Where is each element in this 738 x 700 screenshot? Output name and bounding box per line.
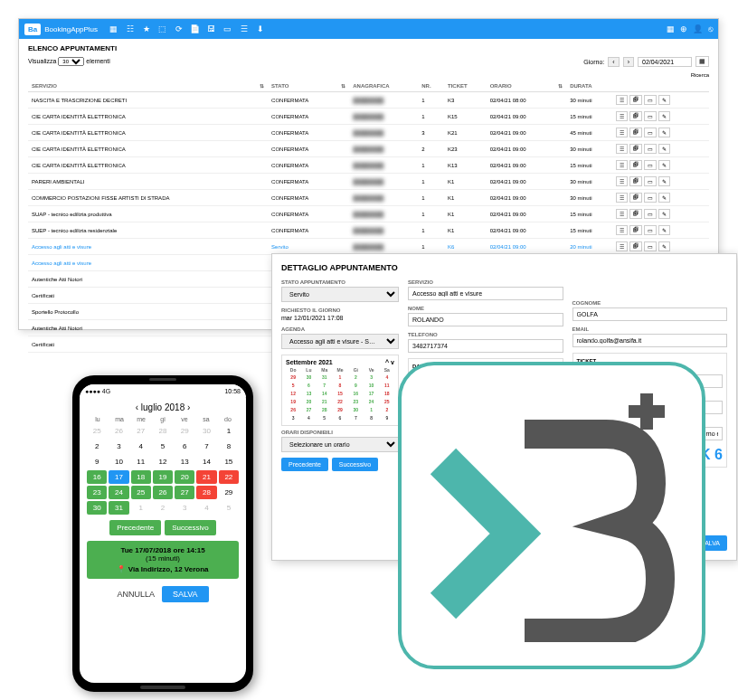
phone-cal-day[interactable]: 22 (219, 470, 239, 484)
action-icon[interactable]: ▭ (644, 193, 657, 203)
col-sort[interactable]: ⇅ (256, 80, 268, 92)
phone-cal-day[interactable]: 17 (109, 470, 128, 484)
grid-icon[interactable]: ▦ (695, 56, 709, 67)
phone-cal-day[interactable]: 19 (153, 470, 173, 484)
table-row[interactable]: CIE CARTA IDENTITÀ ELETTRONICACONFERMATA… (28, 141, 709, 157)
phone-cal-day[interactable]: 24 (109, 486, 128, 499)
phone-cal-day[interactable]: 5 (219, 501, 239, 515)
stato-select[interactable]: Servito (281, 287, 399, 302)
action-icon[interactable]: ✎ (658, 128, 670, 137)
action-icon[interactable]: 🗐 (629, 95, 642, 105)
toolbar-icon[interactable]: 🖫 (206, 24, 217, 33)
mini-calendar[interactable]: Settembre 2021^ v DoLuMaMeGiVeSa29303112… (281, 355, 399, 426)
phone-cal-day[interactable]: 7 (196, 440, 216, 453)
phone-cal-day[interactable]: 5 (153, 440, 173, 453)
orari-select[interactable]: Selezionare un orario (281, 437, 399, 452)
phone-cal-day[interactable]: 30 (87, 501, 107, 515)
phone-cal-day[interactable]: 9 (87, 455, 107, 468)
action-icon[interactable]: ✎ (658, 209, 670, 219)
phone-cal-day[interactable]: 21 (196, 470, 216, 484)
phone-cal-day[interactable]: 28 (153, 424, 173, 438)
phone-cal-day[interactable]: 2 (153, 501, 173, 515)
action-icon[interactable]: ▭ (644, 111, 657, 121)
agenda-select[interactable]: Accesso agli atti e visure - S… (281, 334, 399, 349)
toolbar-icon[interactable]: ▦ (667, 24, 675, 33)
toolbar-icon[interactable]: 👤 (693, 24, 703, 33)
action-icon[interactable]: ✎ (658, 144, 670, 154)
phone-cal-day[interactable]: 26 (153, 486, 173, 499)
prev-day-button[interactable]: ‹ (608, 57, 619, 67)
action-icon[interactable]: 🗐 (629, 209, 642, 219)
action-icon[interactable]: ✎ (658, 241, 670, 251)
col-anagrafica[interactable]: ANAGRAFICA (349, 80, 418, 92)
toolbar-icon[interactable]: ☷ (125, 24, 136, 33)
servizio-input[interactable] (408, 287, 563, 300)
action-icon[interactable]: 🗐 (629, 241, 642, 251)
telefono-input[interactable] (408, 339, 563, 353)
table-row[interactable]: Accesso agli atti e visureServito███████… (28, 239, 709, 255)
action-icon[interactable]: ✎ (658, 176, 670, 186)
toolbar-icon[interactable]: ⬚ (157, 24, 168, 33)
phone-succ-button[interactable]: Successivo (165, 520, 215, 535)
action-icon[interactable]: 🗐 (629, 176, 642, 186)
action-icon[interactable]: ▭ (644, 176, 657, 186)
action-icon[interactable]: ✎ (658, 225, 670, 235)
action-icon[interactable]: ☰ (616, 144, 628, 154)
phone-cal-day[interactable]: 10 (109, 455, 128, 468)
toolbar-icon[interactable]: ☰ (239, 24, 250, 33)
action-icon[interactable]: 🗐 (629, 144, 642, 154)
action-icon[interactable]: ▭ (644, 95, 657, 105)
phone-cal-day[interactable]: 3 (109, 440, 128, 453)
phone-cal-day[interactable]: 14 (196, 455, 216, 468)
action-icon[interactable]: ☰ (616, 193, 628, 203)
phone-cal-day[interactable]: 29 (175, 424, 194, 438)
action-icon[interactable]: ☰ (616, 176, 628, 186)
action-icon[interactable]: 🗐 (629, 193, 642, 203)
toolbar-icon[interactable]: ▭ (222, 24, 233, 33)
action-icon[interactable]: ☰ (616, 241, 628, 251)
phone-cal-day[interactable]: 11 (131, 455, 151, 468)
action-icon[interactable]: ☰ (616, 128, 628, 137)
col-durata[interactable]: DURATA (566, 80, 612, 92)
phone-cal-day[interactable]: 8 (219, 440, 239, 453)
action-icon[interactable]: ☰ (616, 209, 628, 219)
phone-cal-day[interactable]: 3 (175, 501, 194, 515)
table-row[interactable]: CIE CARTA IDENTITÀ ELETTRONICACONFERMATA… (28, 109, 709, 125)
col-ticket[interactable]: TICKET (444, 80, 487, 92)
table-row[interactable]: CIE CARTA IDENTITÀ ELETTRONICACONFERMATA… (28, 157, 709, 174)
toolbar-icon[interactable]: 📄 (190, 24, 201, 33)
successivo-button[interactable]: Successivo (332, 458, 378, 471)
phone-prec-button[interactable]: Precedente (109, 520, 161, 535)
phone-cal-day[interactable]: 4 (196, 501, 216, 515)
table-row[interactable]: COMMERCIO POSTAZIONI FISSE ARTISTI DI ST… (28, 190, 709, 206)
table-row[interactable]: SUEP - tecnico edilizia residenzialeCONF… (28, 222, 709, 239)
toolbar-icon[interactable]: ★ (141, 24, 152, 33)
phone-cal-day[interactable]: 18 (131, 470, 151, 484)
action-icon[interactable]: ✎ (658, 95, 670, 105)
action-icon[interactable]: ▭ (644, 225, 657, 235)
toolbar-icon[interactable]: ⬇ (255, 24, 266, 33)
action-icon[interactable]: ☰ (616, 95, 628, 105)
phone-salva-button[interactable]: SALVA (162, 586, 209, 602)
email-input[interactable] (572, 334, 728, 347)
cal-nav[interactable]: ^ v (385, 359, 394, 365)
action-icon[interactable]: ✎ (658, 111, 670, 121)
phone-cal-day[interactable]: 31 (109, 501, 128, 515)
col-nr[interactable]: NR. (418, 80, 444, 92)
phone-cal-day[interactable]: 20 (175, 470, 194, 484)
action-icon[interactable]: 🗐 (629, 225, 642, 235)
phone-cal-day[interactable]: 23 (87, 486, 107, 499)
phone-cal-day[interactable]: 30 (196, 424, 216, 438)
toolbar-icon[interactable]: ⊕ (680, 24, 687, 33)
toolbar-icon[interactable]: ▦ (109, 24, 119, 33)
action-icon[interactable]: ▭ (644, 160, 657, 170)
phone-cal-day[interactable]: 25 (87, 424, 107, 438)
action-icon[interactable]: 🗐 (629, 111, 642, 121)
phone-cal-day[interactable]: 1 (131, 501, 151, 515)
action-icon[interactable]: 🗐 (629, 160, 642, 170)
phone-cal-day[interactable]: 27 (131, 424, 151, 438)
phone-cal-day[interactable]: 12 (153, 455, 173, 468)
action-icon[interactable]: ▭ (644, 128, 657, 137)
table-row[interactable]: CIE CARTA IDENTITÀ ELETTRONICACONFERMATA… (28, 125, 709, 141)
phone-calendar[interactable]: 2526272829301234567891011121314151617181… (87, 424, 239, 515)
